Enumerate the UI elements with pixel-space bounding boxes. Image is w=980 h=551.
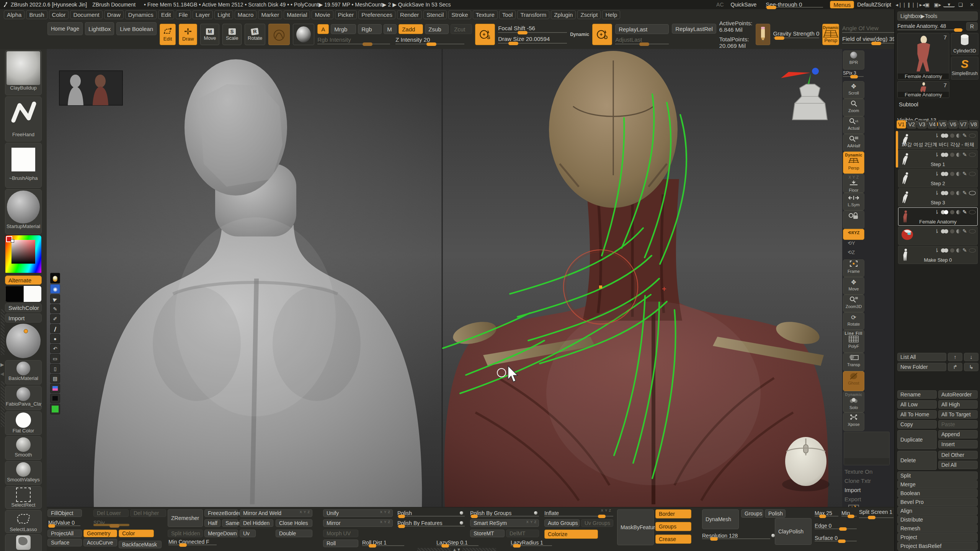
del-lower-button[interactable]: Del Lower: [93, 509, 129, 517]
move3d-button[interactable]: ✥ Move: [843, 277, 864, 295]
menu-picker[interactable]: Picker: [335, 10, 357, 19]
import-texture-button[interactable]: Import: [5, 313, 42, 323]
home-page-button[interactable]: Home Page: [47, 22, 83, 35]
rgb-button[interactable]: Rgb: [358, 24, 382, 34]
subtool-row-1[interactable]: ⇂✎ 10강 여성 2단계 바디 각상 - 하체: [898, 131, 978, 149]
half-button[interactable]: Half: [204, 519, 220, 527]
remesh-button[interactable]: Remesh: [897, 524, 978, 533]
tab-v5[interactable]: V5: [938, 120, 947, 129]
dock-right-icon[interactable]: ▣▸: [932, 1, 943, 8]
tab-v3[interactable]: V3: [917, 120, 927, 129]
restore-button[interactable]: ❏: [955, 1, 966, 8]
polish-by-features-slider[interactable]: Polish By Features: [397, 520, 465, 527]
rotate-y-button[interactable]: ⟲Y: [848, 240, 855, 246]
inflate-slider[interactable]: InflateX Y Z: [544, 510, 613, 517]
zoom3d-button[interactable]: Zoom3D: [843, 295, 864, 312]
edit-button[interactable]: Edit: [160, 24, 176, 45]
merge-button[interactable]: Merge: [897, 480, 978, 489]
zremesher-button[interactable]: ZRemesher: [168, 509, 203, 527]
ghost-button[interactable]: Ghost: [843, 371, 864, 391]
menu-macro[interactable]: Macro: [235, 10, 257, 19]
menu-tool[interactable]: Tool: [499, 10, 516, 19]
stroke-type-button[interactable]: S: [475, 24, 495, 45]
menu-preferences[interactable]: Preferences: [358, 10, 395, 19]
sdiv-slider[interactable]: SDiv: [93, 520, 129, 527]
undo-tool-icon[interactable]: ↶: [50, 344, 60, 353]
texture-preview-box[interactable]: [844, 432, 890, 465]
mrgb-button[interactable]: Mrgb: [331, 24, 356, 34]
surface-button[interactable]: Surface: [47, 539, 82, 546]
draw-size-slider[interactable]: Draw Size 20.00594: [498, 36, 567, 44]
left-tray-collapse-icon[interactable]: ▶: [0, 362, 4, 367]
export-txtr-button[interactable]: Export: [844, 496, 861, 502]
tab-v4[interactable]: V4: [928, 120, 937, 129]
brush-selectrect[interactable]: SelectRect: [5, 486, 42, 509]
menu-marker[interactable]: Marker: [258, 10, 282, 19]
trash-tool-icon[interactable]: ▯: [50, 364, 60, 373]
roll-dist-slider[interactable]: Roll Dist 1: [362, 540, 404, 546]
insert-button[interactable]: Insert: [938, 440, 978, 448]
polyframe-button[interactable]: Line Fill PolyF: [843, 330, 864, 353]
mirror-button[interactable]: MirrorX Y Z: [323, 519, 393, 527]
menu-layer[interactable]: Layer: [193, 10, 213, 19]
menu-edit[interactable]: Edit: [158, 10, 174, 19]
adjust-last-slider[interactable]: AdjustLast: [615, 36, 669, 45]
camera-lock-button[interactable]: [843, 210, 864, 229]
all-high-button[interactable]: All High: [938, 400, 978, 409]
z-intensity-slider[interactable]: Z Intensity 20: [395, 36, 464, 45]
resolution-slider[interactable]: Resolution 128: [702, 533, 770, 540]
boolean-button[interactable]: Boolean: [897, 489, 978, 497]
menu-movie[interactable]: Movie: [312, 10, 333, 19]
dot-tool-icon[interactable]: ●: [50, 334, 60, 343]
dyna-groups-button[interactable]: Groups: [741, 509, 763, 518]
split-hidden-button[interactable]: Split Hidden: [168, 530, 203, 537]
rotate3d-button[interactable]: ⟳ Rotate: [843, 312, 864, 330]
dyna-polish-button[interactable]: Polish: [765, 509, 786, 518]
alternate-button[interactable]: Alternate: [5, 276, 42, 285]
min-connected-slider[interactable]: Min Connected F: [168, 539, 217, 546]
dock-left-icon[interactable]: ◂▣: [920, 1, 932, 8]
mask-crease-button[interactable]: Crease: [655, 535, 691, 544]
aahalf-button[interactable]: AAHalf: [843, 134, 864, 152]
tool-r-button[interactable]: R: [966, 22, 978, 31]
tool-thumb-cylinder[interactable]: Cylinder3D: [951, 33, 978, 55]
menu-zplugin[interactable]: Zplugin: [551, 10, 576, 19]
sv-square[interactable]: [11, 240, 35, 264]
tool-thumb-active[interactable]: 7 Female Anatomy: [897, 33, 949, 80]
move-into-folder-button[interactable]: ↳: [964, 363, 978, 371]
del-hidden-button[interactable]: Del Hidden: [240, 519, 273, 527]
material-fabiopaiva[interactable]: FabioPaiva_Clay2: [5, 386, 42, 410]
new-folder-button[interactable]: New Folder: [897, 363, 946, 371]
claypolish-button[interactable]: ClayPolish: [775, 518, 812, 545]
current-material-sphere[interactable]: [5, 324, 41, 359]
stroke-freehand[interactable]: FreeHand: [5, 96, 42, 142]
alpha-brushalpha[interactable]: ~BrushAlpha: [5, 143, 42, 188]
subtool-row-2[interactable]: ⇂✎ Step 1: [898, 150, 978, 168]
subtool-row-3[interactable]: ⇂✎ Step 2: [898, 169, 978, 187]
close-holes-button[interactable]: Close Holes: [276, 519, 312, 527]
move-out-folder-button[interactable]: ↱: [948, 363, 962, 371]
mask-border-button[interactable]: Border: [655, 509, 691, 518]
main-secondary-swatches[interactable]: [5, 286, 41, 302]
default-zscript-button[interactable]: DefaultZScript: [857, 2, 891, 8]
lightbox-tools-header[interactable]: Lightbox▶Tools: [897, 11, 978, 21]
rename-button[interactable]: Rename: [897, 390, 937, 399]
persp-strip-button[interactable]: Dynamic Persp: [843, 152, 864, 174]
pen-tool-icon[interactable]: ✎: [50, 304, 60, 313]
list-all-button[interactable]: List All: [897, 353, 946, 361]
panel-scroll-arrows[interactable]: ▲▼: [417, 547, 496, 551]
all-to-target-button[interactable]: All To Target: [938, 410, 978, 419]
tool-thumb-female2[interactable]: 7 Female Anatomy: [897, 81, 949, 98]
lightbulb-icon[interactable]: [50, 273, 60, 284]
bpr-button[interactable]: BPR: [843, 51, 864, 70]
subtool-up-button[interactable]: ↑: [948, 353, 962, 361]
subtool-down-button[interactable]: ↓: [964, 353, 978, 361]
scale-button[interactable]: S Scale: [222, 24, 242, 45]
lazystep-slider[interactable]: LazyStep 0.1: [436, 540, 479, 546]
menu-light[interactable]: Light: [214, 10, 233, 19]
all-low-button[interactable]: All Low: [897, 400, 937, 409]
menu-draw[interactable]: Draw: [104, 10, 124, 19]
same-button[interactable]: Same: [222, 519, 238, 527]
m-button[interactable]: M: [384, 24, 397, 34]
replay-last-rel-button[interactable]: ReplayLastRel: [672, 24, 716, 34]
